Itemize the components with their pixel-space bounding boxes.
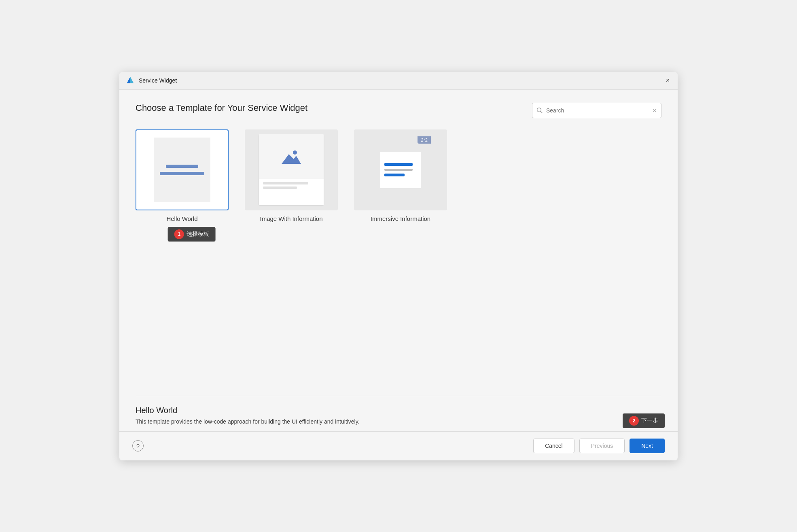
template-label-hello-world: Hello World <box>166 215 197 222</box>
search-clear-button[interactable]: ✕ <box>652 107 657 114</box>
hw-line1 <box>166 165 198 168</box>
template-item-hello-world[interactable]: Hello World 1选择模板 <box>136 129 229 222</box>
step-1-circle: 1 <box>174 229 184 239</box>
template-card-image-with-information[interactable] <box>245 129 338 210</box>
svg-line-1 <box>541 111 543 113</box>
ii-line-blue-1 <box>384 163 413 166</box>
search-icon <box>536 107 543 114</box>
ii-content-box <box>380 152 421 188</box>
description-section: Hello World This template provides the l… <box>136 396 661 431</box>
iwi-line-1 <box>263 182 308 184</box>
svg-point-2 <box>293 150 297 155</box>
help-icon-label: ? <box>136 443 140 449</box>
template-label-immersive-information: Immersive Information <box>371 215 430 222</box>
description-title: Hello World <box>136 406 661 415</box>
hello-world-preview <box>154 138 210 202</box>
previous-button[interactable]: Previous <box>579 439 625 453</box>
templates-grid: Hello World 1选择模板 <box>136 129 661 222</box>
iwi-image-area <box>259 134 324 179</box>
tooltip-select-template: 1选择模板 <box>168 227 216 242</box>
ii-line-gray <box>384 169 413 171</box>
cancel-button[interactable]: Cancel <box>533 439 574 453</box>
main-window: Service Widget × Choose a Template for Y… <box>119 72 678 460</box>
main-content: Choose a Template for Your Service Widge… <box>119 90 678 431</box>
help-button[interactable]: ? <box>132 440 144 451</box>
bottom-bar: 2下一步 ? Cancel Previous Next <box>119 431 678 460</box>
mountain-icon <box>281 148 302 165</box>
titlebar: Service Widget × <box>119 72 678 90</box>
ii-line-blue-2 <box>384 174 405 176</box>
template-card-immersive-information[interactable]: 2*2 <box>354 129 447 210</box>
template-item-immersive-information[interactable]: 2*2 Immersive Information <box>354 129 447 222</box>
template-card-hello-world[interactable] <box>136 129 229 210</box>
iwi-text-area <box>259 179 324 205</box>
tooltip-next-step-label: 下一步 <box>641 417 658 423</box>
bottom-actions: Cancel Previous Next <box>533 439 665 453</box>
search-input[interactable] <box>546 107 652 114</box>
description-text: This template provides the low-code appr… <box>136 418 661 425</box>
image-with-information-preview <box>259 134 324 205</box>
search-box: ✕ <box>532 103 661 118</box>
header-row: Choose a Template for Your Service Widge… <box>136 103 661 118</box>
template-label-image-with-information: Image With Information <box>260 215 322 222</box>
template-item-image-with-information[interactable]: Image With Information <box>245 129 338 222</box>
page-title: Choose a Template for Your Service Widge… <box>136 103 307 113</box>
close-button[interactable]: × <box>664 75 671 86</box>
ii-badge: 2*2 <box>418 136 431 144</box>
immersive-information-preview: 2*2 <box>370 136 431 203</box>
tooltip-select-template-label: 选择模板 <box>187 230 209 237</box>
iwi-line-2 <box>263 187 297 189</box>
app-logo-icon <box>126 76 135 85</box>
tooltip-next-step: 2下一步 <box>623 413 665 428</box>
hw-line2 <box>160 172 204 175</box>
step-2-circle: 2 <box>629 416 639 426</box>
window-title: Service Widget <box>139 77 664 84</box>
next-button[interactable]: Next <box>630 439 665 453</box>
